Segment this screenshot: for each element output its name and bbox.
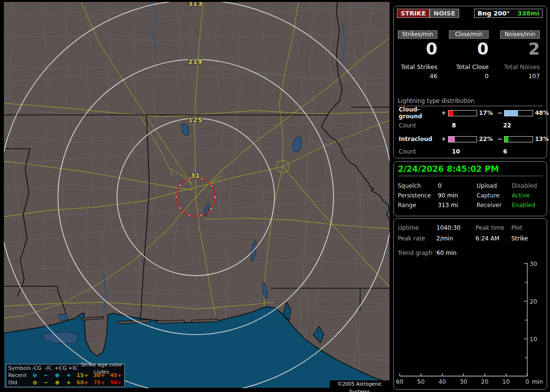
cg-positive-bar: [448, 110, 477, 116]
svg-text:40: 40: [438, 378, 446, 385]
legend-recent-label: Recent: [6, 372, 29, 379]
receiver-status: Enabled: [512, 202, 536, 209]
upload-label: Upload: [477, 182, 497, 189]
minus-icon: −: [496, 136, 503, 142]
bearing-distance: 338mi: [518, 9, 539, 17]
ic-positive-bar: [448, 136, 477, 142]
status-row: Squelch 0 Upload Disabled: [394, 182, 547, 190]
bearing-display: Bng 200° 338mi: [474, 9, 543, 18]
trend-x-tick-labels: 60 50 40 30 20 10 0 min: [396, 378, 543, 385]
total-strikes-label: Total Strikes: [398, 63, 437, 70]
legend-recent-row: Recent ⊖ − ⊕ + 15+ 30+ 45+: [6, 372, 124, 379]
strikes-per-min-value: 0: [398, 40, 437, 57]
ic-count-row: Count 10 6: [399, 148, 542, 155]
strike-toggle-button[interactable]: STRIKE: [397, 9, 430, 18]
noises-per-min-value: 2: [500, 40, 540, 57]
cg-negative-count: 22: [503, 122, 511, 129]
squelch-value: 0: [438, 182, 442, 189]
svg-text:20: 20: [530, 298, 537, 305]
close-per-min-button[interactable]: Close/min: [449, 30, 489, 39]
range-label: Range: [398, 202, 416, 209]
cloud-ground-row: Cloud-ground + 17% − 48%: [399, 110, 550, 116]
close-column: Close/min 0 Total Close 0: [449, 30, 489, 80]
legend-old-label: Old: [6, 379, 29, 386]
minus-icon: −: [496, 110, 503, 116]
svg-text:125: 125: [188, 116, 203, 124]
circle-plus-icon: ⊕: [51, 372, 63, 379]
map-canvas: 313 219 125 31: [4, 2, 390, 388]
count-label: Count: [399, 148, 416, 155]
upload-status: Disabled: [512, 182, 537, 189]
strike-legend: Symbols -CG -IC +CG +IC Strike age color…: [6, 364, 125, 387]
system-status-panel: 2/24/2026 8:45:02 PM Squelch 0 Upload Di…: [393, 161, 547, 216]
total-noises-label: Total Noises: [500, 63, 540, 70]
range-value: 313 mi: [438, 202, 458, 209]
cg-negative-pct: 48%: [534, 110, 550, 116]
distribution-title: Lightning type distribution: [398, 98, 543, 106]
svg-text:30: 30: [530, 261, 537, 267]
trend-graph: 30 20 10 60 50 40 30 20 10 0 min: [394, 219, 547, 389]
svg-text:min: min: [532, 378, 543, 385]
svg-text:20: 20: [481, 378, 488, 385]
age-45: 45+: [107, 372, 124, 379]
plus-icon: +: [440, 136, 447, 142]
legend-old-row: Old ⊖ − ⊕ + 60+ 75+ 90+: [6, 379, 124, 386]
svg-text:60: 60: [396, 378, 403, 385]
status-row: Range 313 mi Receiver Enabled: [394, 202, 547, 210]
lightning-map[interactable]: 313 219 125 31: [4, 2, 390, 388]
ic-negative-count: 6: [503, 148, 507, 155]
datetime-display: 2/24/2026 8:45:02 PM: [398, 164, 543, 176]
squelch-label: Squelch: [398, 182, 421, 189]
capture-status: Active: [512, 192, 530, 199]
trend-panel: Uptime 1040:30 Peak time Plot Peak rate …: [393, 218, 547, 390]
close-per-min-value: 0: [449, 40, 489, 57]
minus-icon: −: [40, 379, 51, 386]
ic-negative-bar: [504, 136, 533, 142]
plus-icon: +: [440, 110, 447, 116]
noise-toggle-button[interactable]: NOISE: [430, 9, 459, 18]
age-90: 90+: [107, 379, 124, 386]
age-60: 60+: [74, 379, 91, 386]
receiver-label: Receiver: [477, 202, 502, 209]
trend-axes: [400, 263, 527, 376]
svg-text:313: 313: [188, 2, 203, 7]
ic-positive-count: 10: [452, 148, 460, 155]
svg-text:10: 10: [502, 378, 509, 385]
strikes-column: Strikes/min 0 Total Strikes 46: [398, 30, 437, 80]
strikes-per-min-button[interactable]: Strikes/min: [398, 30, 437, 39]
svg-text:0: 0: [525, 378, 529, 385]
cg-count-row: Count 8 22: [399, 122, 542, 129]
svg-text:219: 219: [188, 58, 203, 65]
total-close-value: 0: [449, 72, 489, 80]
cg-positive-pct: 17%: [478, 110, 496, 116]
svg-text:30: 30: [460, 378, 467, 385]
age-30: 30+: [91, 372, 108, 379]
trend-y-tick-labels: 30 20 10: [530, 261, 537, 343]
age-15: 15+: [74, 372, 91, 379]
circle-minus-icon: ⊖: [29, 372, 40, 379]
legend-col-ncg: -CG: [31, 364, 43, 372]
minus-icon: −: [40, 372, 51, 379]
noises-per-min-button[interactable]: Noises/min: [500, 30, 540, 39]
plus-icon: +: [63, 379, 74, 386]
circle-plus-icon: ⊕: [51, 379, 63, 386]
bearing-label: Bng 200°: [478, 9, 510, 17]
total-noises-value: 107: [500, 72, 540, 80]
svg-text:31: 31: [191, 172, 201, 179]
noises-column: Noises/min 2 Total Noises 107: [500, 30, 540, 80]
ic-negative-pct: 13%: [534, 136, 550, 142]
legend-col-pcg: +CG: [54, 364, 67, 372]
total-strikes-value: 46: [398, 72, 437, 80]
capture-label: Capture: [477, 192, 500, 199]
total-close-label: Total Close: [449, 63, 489, 70]
age-75: 75+: [91, 379, 108, 386]
cg-positive-count: 8: [452, 122, 456, 129]
legend-header-row: Symbols -CG -IC +CG +IC Strike age color…: [6, 364, 124, 372]
intracloud-row: Intracloud + 22% − 13%: [399, 136, 550, 142]
legend-symbols-header: Symbols: [6, 364, 31, 372]
cg-negative-bar: [504, 110, 533, 116]
copyright-notice: ©2005 Astrogenic Systems: [330, 380, 390, 388]
legend-col-pic: +IC: [67, 364, 79, 372]
svg-text:50: 50: [417, 378, 424, 385]
svg-text:10: 10: [530, 336, 537, 343]
